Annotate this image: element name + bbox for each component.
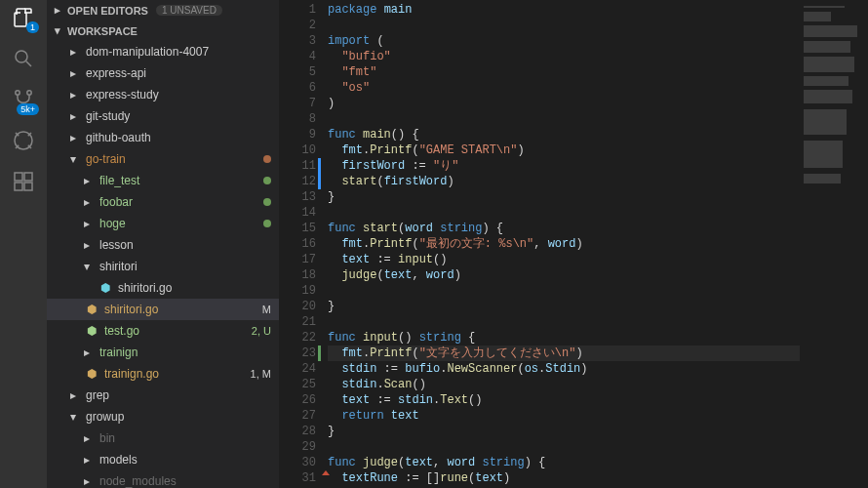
code-line: )	[328, 96, 800, 111]
folder-row[interactable]: ▸file_test	[47, 170, 279, 191]
git-status-text: M	[262, 304, 271, 315]
go-file-icon: ⬢	[84, 324, 99, 338]
tree-item-label: node_modules	[99, 474, 271, 488]
code-line: "bufio"	[328, 49, 800, 64]
file-row[interactable]: ⬢shiritori.go	[47, 277, 279, 299]
code-line: fmt.Printf("GAME START\n")	[328, 142, 800, 158]
folder-row[interactable]: ▸grep	[47, 385, 279, 406]
search-icon[interactable]	[12, 47, 35, 70]
chevron-right-icon: ▸	[55, 4, 63, 17]
folder-row[interactable]: ▾go-train	[47, 148, 279, 170]
chevron-right-icon: ▸	[70, 88, 80, 102]
file-row[interactable]: ⬢trainign.go1, M	[47, 363, 279, 385]
tree-item-label: growup	[86, 410, 271, 424]
workspace-label: WORKSPACE	[67, 25, 138, 37]
code-line: stdin.Scan()	[328, 377, 800, 392]
minimap-block	[804, 25, 857, 37]
explorer-icon[interactable]: 1	[12, 6, 35, 29]
code-line: "os"	[328, 80, 800, 96]
file-row[interactable]: ⬢shiritori.goM	[47, 299, 279, 320]
folder-row[interactable]: ▸express-study	[47, 84, 279, 105]
code-line: func main() {	[328, 127, 800, 142]
code-line: fmt.Printf("文字を入力してください\n")	[328, 346, 800, 361]
line-number-gutter: 1234567891011121314151617181920212223242…	[279, 0, 328, 488]
svg-rect-8	[24, 183, 32, 190]
file-row[interactable]: ⬢test.go2, U	[47, 320, 279, 342]
folder-row[interactable]: ▸hoge	[47, 213, 279, 234]
tree-item-label: shiritori.go	[118, 281, 271, 295]
svg-point-1	[16, 91, 20, 95]
code-line	[328, 283, 800, 299]
minimap-block	[804, 141, 843, 168]
explorer-badge: 1	[26, 21, 39, 33]
folder-row[interactable]: ▸git-study	[47, 105, 279, 127]
folder-row[interactable]: ▸github-oauth	[47, 127, 279, 148]
folder-row[interactable]: ▸dom-manipulation-4007	[47, 41, 279, 62]
folder-row[interactable]: ▸lesson	[47, 234, 279, 256]
folder-row[interactable]: ▾shiritori	[47, 256, 279, 277]
folder-row[interactable]: ▸foobar	[47, 191, 279, 213]
tree-item-label: express-api	[86, 66, 271, 80]
svg-point-2	[27, 91, 31, 95]
tree-item-label: shiritori	[99, 260, 271, 273]
folder-row[interactable]: ▸express-api	[47, 62, 279, 84]
folder-row[interactable]: ▸models	[47, 449, 279, 470]
gutter-change-marker	[322, 470, 330, 475]
code-line	[328, 18, 800, 33]
minimap-block	[804, 90, 852, 103]
folder-row[interactable]: ▸trainign	[47, 342, 279, 363]
minimap-block	[804, 76, 848, 86]
code-line: }	[328, 424, 800, 439]
code-line: start(firstWord)	[328, 174, 800, 189]
tree-item-label: trainign.go	[104, 367, 251, 381]
tree-item-label: go-train	[86, 152, 263, 166]
debug-icon[interactable]	[12, 129, 35, 152]
chevron-right-icon: ▸	[84, 346, 94, 359]
scm-badge: 5k+	[17, 103, 39, 115]
tree-item-label: bin	[99, 431, 271, 445]
chevron-right-icon: ▸	[70, 109, 80, 123]
git-status-dot	[263, 155, 271, 163]
minimap-block	[804, 12, 831, 21]
open-editors-header[interactable]: ▸ OPEN EDITORS 1 UNSAVED	[47, 0, 279, 20]
svg-rect-6	[24, 173, 32, 181]
chevron-right-icon: ▸	[84, 195, 94, 209]
folder-row[interactable]: ▸bin	[47, 427, 279, 449]
go-file-icon: ⬢	[84, 303, 99, 316]
tree-item-label: dom-manipulation-4007	[86, 45, 271, 59]
code-content[interactable]: package mainimport ( "bufio" "fmt" "os")…	[328, 0, 800, 488]
chevron-right-icon: ▸	[70, 388, 80, 402]
chevron-down-icon: ▾	[70, 152, 80, 166]
svg-rect-7	[15, 183, 22, 190]
code-line: text := stdin.Text()	[328, 392, 800, 408]
minimap[interactable]	[800, 0, 868, 488]
code-line: }	[328, 189, 800, 205]
tree-item-label: lesson	[99, 238, 271, 252]
unsaved-badge: 1 UNSAVED	[156, 5, 222, 16]
minimap-block	[804, 109, 847, 135]
code-line: judge(text, word)	[328, 267, 800, 283]
code-line: "fmt"	[328, 64, 800, 80]
folder-row[interactable]: ▸node_modules	[47, 470, 279, 488]
extensions-icon[interactable]	[12, 170, 35, 193]
folder-row[interactable]: ▾growup	[47, 406, 279, 427]
minimap-block	[804, 174, 841, 183]
code-line: firstWord := "り"	[328, 158, 800, 174]
svg-point-0	[16, 51, 27, 62]
workspace-header[interactable]: ▾ WORKSPACE	[47, 20, 279, 41]
code-line	[328, 314, 800, 330]
code-line: }	[328, 299, 800, 314]
code-line: import (	[328, 33, 800, 49]
tree-item-label: foobar	[99, 195, 263, 209]
tree-item-label: git-study	[86, 109, 271, 123]
code-line	[328, 205, 800, 221]
chevron-right-icon: ▸	[70, 66, 80, 80]
open-editors-label: OPEN EDITORS	[67, 5, 148, 17]
chevron-right-icon: ▸	[84, 217, 94, 230]
gutter-change-marker	[318, 346, 321, 361]
code-line: func judge(text, word string) {	[328, 455, 800, 470]
minimap-block	[804, 57, 854, 72]
editor-area: 1234567891011121314151617181920212223242…	[279, 0, 868, 488]
source-control-icon[interactable]: 5k+	[12, 88, 35, 111]
git-status-text: 2, U	[252, 325, 271, 337]
